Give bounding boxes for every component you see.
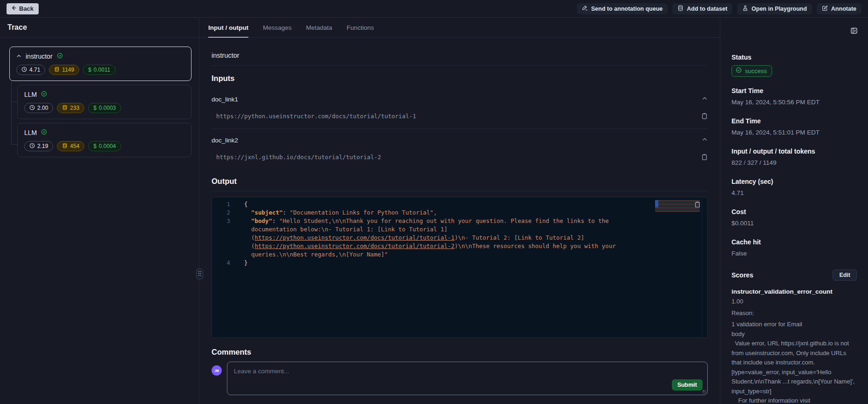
tree-connector-elbow-2	[11, 144, 17, 145]
score-value: 1.00	[731, 297, 857, 307]
cache-hit-value: False	[731, 249, 857, 258]
database-icon	[62, 143, 68, 150]
code-line: 3"body": "Hello Student,\n\nThank you fo…	[212, 217, 707, 259]
send-to-annotation-queue-button[interactable]: Send to annotation queue	[577, 3, 668, 14]
end-time-label: End Time	[731, 117, 857, 125]
start-time-label: Start Time	[731, 87, 857, 94]
flask-icon	[742, 5, 748, 13]
tokens-badge: 454	[57, 141, 84, 151]
tab-input-output[interactable]: Input / output	[208, 18, 248, 37]
code-line: 4}	[212, 259, 707, 267]
back-arrow-icon	[11, 5, 16, 12]
tokens-value: 1149	[62, 67, 74, 73]
check-circle-icon	[736, 67, 742, 74]
comment-input[interactable]	[227, 362, 707, 395]
code-lines: 1{2"subject": "Documentation Links for P…	[212, 200, 707, 267]
database-icon	[54, 67, 60, 74]
chevron-up-icon	[702, 95, 708, 103]
annotate-button[interactable]: Annotate	[817, 3, 861, 14]
sidebar-resize-handle[interactable]	[196, 269, 203, 279]
tab-functions[interactable]: Functions	[347, 18, 374, 37]
tokens-value: 233	[70, 105, 79, 111]
divider	[212, 65, 708, 66]
cache-hit-label: Cache hit	[731, 238, 857, 246]
span-title: instructor	[212, 52, 708, 59]
tokens-label: Input / output / total tokens	[731, 148, 857, 155]
clock-icon	[21, 67, 27, 74]
submit-comment-button[interactable]: Submit	[672, 379, 703, 391]
clipboard-icon	[694, 201, 701, 209]
resize-handle[interactable]	[703, 390, 706, 394]
details-panel: Status success Start TimeMay 16, 2024, 5…	[720, 18, 868, 404]
status-label: Status	[731, 54, 857, 61]
trace-title: Trace	[7, 23, 27, 32]
collapse-section-button[interactable]	[702, 95, 708, 103]
back-button-label: Back	[19, 5, 34, 12]
code-line: 2"subject": "Documentation Links for Pyt…	[212, 209, 707, 217]
latency-label: Latency (sec)	[731, 178, 857, 185]
check-circle-icon	[57, 53, 63, 60]
input-label-doc-link1: doc_link1	[212, 96, 238, 103]
back-button[interactable]: Back	[7, 3, 39, 14]
scores-label: Scores	[731, 271, 753, 279]
line-number: 2	[212, 209, 238, 217]
collapse-panel-button[interactable]	[850, 27, 858, 36]
main-panel: Input / output Messages Metadata Functio…	[199, 18, 720, 404]
collapse-section-button[interactable]	[702, 136, 708, 144]
tree-connector-elbow-1	[11, 101, 17, 102]
input-value-doc-link1: https://python.useinstructor.com/docs/tu…	[212, 113, 416, 120]
clipboard-icon	[701, 154, 708, 162]
line-number: 4	[212, 259, 238, 267]
tokens-badge: 233	[57, 103, 84, 113]
span-badges: 2.19 454 $ 0.0004	[24, 141, 185, 151]
tab-messages[interactable]: Messages	[263, 18, 292, 37]
trace-span-instructor[interactable]: instructor 4.71 1149 $ 0.0011	[9, 47, 191, 81]
tab-metadata[interactable]: Metadata	[306, 18, 332, 37]
comment-box: Submit	[227, 362, 708, 395]
copy-button[interactable]	[701, 154, 708, 162]
dollar-icon: $	[93, 105, 96, 111]
end-time-value: May 16, 2024, 5:51:01 PM EDT	[731, 128, 857, 137]
span-badges: 2.00 233 $ 0.0003	[24, 103, 185, 113]
span-name: instructor	[26, 53, 53, 60]
input-value-doc-link2: https://jxnl.github.io/docs/tutorial/tut…	[212, 154, 381, 161]
tokens-value: 454	[70, 143, 79, 149]
check-circle-icon	[41, 129, 47, 136]
tokens-badge: 1149	[49, 65, 79, 75]
main-body: instructor Inputs doc_link1 https://pyth…	[199, 38, 720, 404]
cost-badge: $ 0.0003	[88, 103, 121, 113]
edit-scores-button[interactable]: Edit	[833, 269, 857, 281]
tree-connector-vertical	[11, 81, 12, 145]
line-number: 3	[212, 217, 238, 259]
trace-span-llm-1[interactable]: LLM 2.00 233 $ 0.0003	[17, 85, 191, 119]
clipboard-icon	[701, 113, 708, 121]
input-label-doc-link2: doc_link2	[212, 137, 238, 144]
trace-sidebar-header: Trace	[0, 18, 199, 38]
copy-output-button[interactable]	[694, 201, 701, 209]
latency-badge: 2.19	[24, 141, 53, 151]
cost-value: 0.0004	[99, 143, 116, 149]
code-minimap	[655, 200, 700, 212]
score-name: instructor_validation_error_count	[731, 288, 857, 295]
latency-value: 2.19	[37, 143, 48, 149]
span-badges: 4.71 1149 $ 0.0011	[16, 65, 185, 75]
open-in-playground-button[interactable]: Open in Playground	[737, 3, 812, 14]
chevron-up-icon[interactable]	[16, 53, 21, 60]
add-to-dataset-button[interactable]: Add to dataset	[672, 3, 732, 14]
tokens-value: 822 / 327 / 1149	[731, 158, 857, 168]
output-code-block: 1{2"subject": "Documentation Links for P…	[212, 197, 708, 338]
cost-value: $0.0011	[731, 219, 857, 228]
code-line: 1{	[212, 200, 707, 209]
cost-badge: $ 0.0011	[83, 65, 116, 75]
copy-button[interactable]	[701, 113, 708, 121]
latency-value: 2.00	[37, 105, 48, 111]
database-icon	[677, 5, 683, 13]
divider	[212, 191, 708, 191]
score-reason: 1 validation error for Email body Value …	[731, 320, 857, 404]
tab-label: Metadata	[306, 24, 332, 31]
span-name: LLM	[24, 91, 37, 98]
output-heading: Output	[212, 177, 708, 186]
trace-sidebar: Trace instructor 4.71 1149 $	[0, 18, 199, 404]
trace-span-llm-2[interactable]: LLM 2.19 454 $ 0.0004	[17, 123, 191, 157]
avatar: JB	[212, 365, 222, 376]
